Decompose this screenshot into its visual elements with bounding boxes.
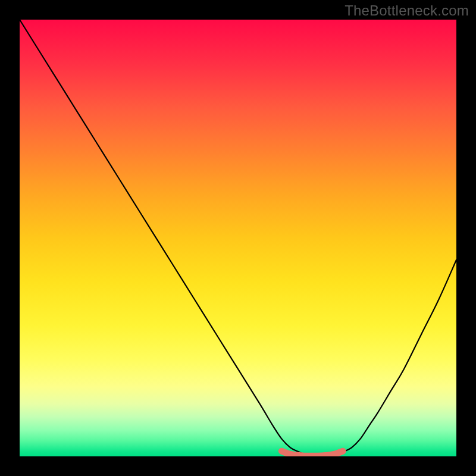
watermark-text: TheBottleneck.com [345, 2, 469, 19]
chart-stage: TheBottleneck.com [0, 0, 476, 476]
optimal-marker [281, 451, 343, 456]
plot-area [20, 20, 456, 456]
bottleneck-curve [20, 20, 456, 456]
chart-svg [20, 20, 456, 456]
